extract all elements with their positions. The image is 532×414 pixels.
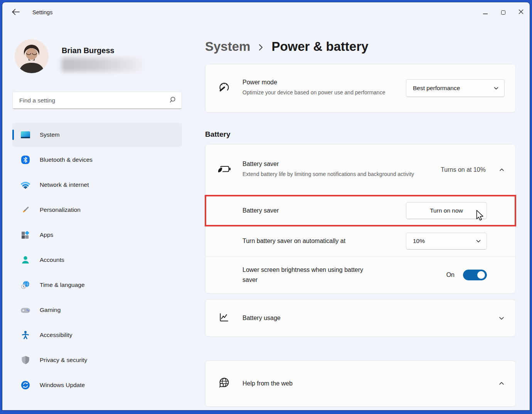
globe-search-icon [218,377,230,390]
battery-saver-header[interactable]: Battery saver Extend battery life by lim… [205,144,515,195]
power-mode-selected: Best performance [413,85,460,92]
user-email-redacted [62,58,146,72]
auto-threshold-label: Turn battery saver on automatically at [242,238,345,245]
sidebar: Brian Burgess [2,22,193,410]
bluetooth-icon [20,155,30,165]
auto-threshold-value: 10% [413,238,425,245]
minimize-button[interactable] [476,2,494,22]
wifi-icon [20,180,30,190]
close-icon [519,9,524,15]
breadcrumb: System Power & battery [205,39,516,54]
sidebar-item-system[interactable]: System [12,123,182,147]
app-title: Settings [32,9,52,15]
battery-usage-chart-icon [219,312,229,324]
page-title: Power & battery [271,39,368,54]
breadcrumb-system[interactable]: System [205,39,250,54]
sidebar-item-accounts[interactable]: Accounts [12,248,182,272]
sidebar-item-time-language[interactable]: Time & language [12,273,182,297]
toggle-state-label: On [446,272,455,278]
sidebar-item-windows-update[interactable]: Windows Update [12,373,182,397]
sidebar-item-gaming[interactable]: Gaming [12,298,182,322]
brush-icon [20,205,30,215]
battery-saver-icon [217,164,231,176]
power-mode-description: Optimize your device based on power use … [242,88,393,97]
sidebar-nav: System Bluetooth & devices [12,123,182,397]
battery-saver-description: Extend battery life by limiting some not… [242,170,414,179]
lower-brightness-row: Lower screen brightness when using batte… [205,256,515,293]
power-mode-gauge-icon [218,82,230,94]
main-content: System Power & battery [193,22,530,410]
chevron-right-icon [258,42,264,52]
battery-saver-expander: Battery saver Extend battery life by lim… [205,144,516,293]
sidebar-item-label: Accounts [40,256,64,263]
sidebar-item-label: Personalization [40,206,81,213]
sidebar-item-label: System [40,131,60,138]
update-icon [20,380,30,391]
system-icon [20,130,30,140]
sidebar-item-personalization[interactable]: Personalization [12,198,182,222]
user-name: Brian Burgess [62,46,146,55]
back-arrow-icon [12,8,20,17]
sidebar-item-label: Gaming [40,307,61,313]
accessibility-person-icon [20,330,30,340]
user-account[interactable]: Brian Burgess [15,39,182,73]
sidebar-item-label: Accessibility [40,332,72,339]
titlebar: Settings [2,2,530,22]
lower-brightness-toggle[interactable] [463,270,487,280]
sidebar-item-label: Privacy & security [40,357,87,364]
back-button[interactable] [8,5,22,19]
power-mode-dropdown[interactable]: Best performance [406,79,505,97]
power-mode-card: Power mode Optimize your device based on… [205,64,516,112]
settings-window: Settings [2,2,530,410]
sidebar-item-privacy-security[interactable]: Privacy & security [12,348,182,372]
avatar [15,39,49,73]
maximize-button[interactable] [494,2,512,22]
sidebar-item-network-internet[interactable]: Network & internet [12,173,182,197]
sidebar-item-label: Apps [40,231,53,238]
battery-saver-title: Battery saver [242,161,414,168]
globe-clock-icon [20,280,30,290]
search-icon [169,96,176,105]
search-input[interactable] [19,97,169,104]
battery-usage-title: Battery usage [242,315,281,322]
auto-threshold-dropdown[interactable]: 10% [406,233,487,250]
power-mode-title: Power mode [242,79,406,86]
maximize-icon [501,10,505,15]
lower-brightness-label: Lower screen brightness when using batte… [242,265,374,285]
chevron-down-icon [476,238,481,244]
sidebar-item-label: Network & internet [40,181,89,188]
sidebar-item-accessibility[interactable]: Accessibility [12,323,182,347]
turn-on-now-button[interactable]: Turn on now [406,202,487,219]
battery-usage-card[interactable]: Battery usage [205,299,516,337]
sidebar-item-label: Bluetooth & devices [40,156,93,163]
chevron-down-icon[interactable] [498,315,505,321]
sidebar-item-bluetooth-devices[interactable]: Bluetooth & devices [12,148,182,172]
help-from-web-title: Help from the web [242,380,293,387]
chevron-up-icon[interactable] [498,381,505,386]
help-from-web-card[interactable]: Help from the web [205,360,516,407]
battery-saver-auto-row: Turn battery saver on automatically at 1… [205,226,515,256]
person-icon [20,255,30,265]
battery-section-heading: Battery [205,130,516,139]
sidebar-item-label: Windows Update [40,382,85,389]
battery-saver-status: Turns on at 10% [441,166,486,173]
chevron-down-icon [493,85,499,91]
chevron-up-icon[interactable] [499,167,505,173]
battery-saver-row: Battery saver Turn on now [205,195,515,226]
shield-icon [20,355,30,365]
sidebar-item-label: Time & language [40,282,85,288]
battery-saver-row-label: Battery saver [242,207,279,214]
search-box[interactable] [12,92,182,109]
close-button[interactable] [512,2,530,22]
toggle-knob [477,271,485,279]
window-controls [476,2,530,22]
apps-icon [20,230,30,240]
minimize-icon [483,10,488,15]
gamepad-icon [20,305,30,315]
sidebar-item-apps[interactable]: Apps [12,223,182,247]
